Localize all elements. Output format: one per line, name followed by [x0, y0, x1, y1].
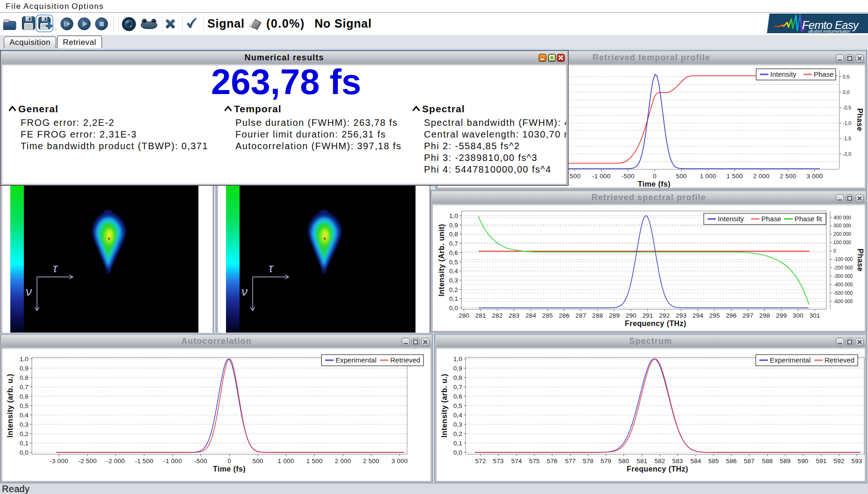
svg-text:280: 280 [459, 312, 469, 319]
svg-text:298: 298 [759, 312, 770, 319]
svg-text:0,1: 0,1 [453, 440, 462, 447]
svg-text:585: 585 [708, 458, 719, 465]
svg-text:-500 000: -500 000 [833, 290, 853, 296]
svg-text:Retrieved: Retrieved [824, 356, 854, 364]
svg-text:587: 587 [744, 458, 754, 465]
svg-text:300: 300 [793, 312, 803, 319]
svg-text:Frequency (THz): Frequency (THz) [625, 320, 686, 327]
svg-text:0,4: 0,4 [453, 412, 463, 419]
svg-text:3 000: 3 000 [392, 458, 408, 465]
svg-text:-200 000: -200 000 [833, 265, 853, 270]
svg-text:0,8: 0,8 [449, 231, 458, 238]
svg-text:2 500: 2 500 [780, 173, 796, 180]
svg-text:301: 301 [810, 312, 820, 319]
svg-text:1 500: 1 500 [306, 458, 323, 465]
svg-text:Experimental: Experimental [336, 356, 377, 364]
svg-text:2 000: 2 000 [753, 173, 770, 180]
svg-text:586: 586 [726, 458, 737, 465]
svg-text:282: 282 [492, 312, 503, 319]
svg-text:-1,5: -1,5 [843, 136, 851, 141]
svg-text:0,0: 0,0 [843, 89, 850, 95]
svg-text:0,1: 0,1 [449, 295, 458, 302]
svg-text:0,6: 0,6 [453, 393, 462, 400]
svg-text:-600 000: -600 000 [833, 298, 853, 304]
svg-text:Phase: Phase [856, 108, 864, 131]
svg-text:3 000: 3 000 [807, 173, 823, 180]
svg-text:574: 574 [511, 458, 522, 465]
svg-text:200 000: 200 000 [833, 231, 851, 237]
svg-text:1 000: 1 000 [278, 458, 294, 465]
svg-text:576: 576 [547, 458, 557, 465]
svg-text:Intensity (arb. u.): Intensity (arb. u.) [440, 374, 448, 438]
svg-text:Time (fs): Time (fs) [638, 180, 671, 188]
svg-text:584: 584 [690, 458, 701, 465]
svg-text:281: 281 [475, 312, 486, 319]
svg-text:291: 291 [642, 312, 653, 319]
svg-text:299: 299 [776, 312, 787, 319]
svg-text:297: 297 [743, 312, 753, 319]
svg-text:0,0: 0,0 [20, 449, 29, 456]
svg-text:286: 286 [559, 312, 569, 319]
svg-text:283: 283 [509, 312, 519, 319]
svg-text:Frequency (THz): Frequency (THz) [627, 465, 688, 473]
svg-text:-3 000: -3 000 [50, 458, 68, 465]
svg-text:100 000: 100 000 [833, 240, 851, 245]
svg-text:290: 290 [626, 312, 636, 319]
svg-text:0,5: 0,5 [20, 402, 29, 409]
svg-text:0,0: 0,0 [449, 305, 458, 312]
svg-text:-1,0: -1,0 [843, 120, 851, 126]
svg-text:294: 294 [693, 312, 703, 319]
svg-text:-1 000: -1 000 [163, 458, 182, 465]
svg-text:Retrieved: Retrieved [390, 356, 420, 364]
svg-text:300 000: 300 000 [833, 223, 851, 228]
svg-text:Intensity (Arb. unit): Intensity (Arb. unit) [438, 224, 445, 296]
svg-text:ν: ν [26, 284, 32, 298]
svg-text:Intensity: Intensity [770, 70, 796, 78]
svg-text:-0,5: -0,5 [843, 105, 851, 110]
svg-text:0,2: 0,2 [449, 286, 458, 293]
svg-text:0,8: 0,8 [20, 374, 29, 381]
svg-text:590: 590 [797, 458, 808, 465]
svg-text:284: 284 [525, 312, 536, 319]
svg-text:1,0: 1,0 [20, 356, 29, 363]
svg-text:0,2: 0,2 [20, 430, 29, 437]
svg-text:0,3: 0,3 [453, 421, 462, 428]
svg-text:0,5: 0,5 [449, 259, 458, 266]
svg-text:0,7: 0,7 [20, 384, 29, 391]
svg-text:-1 500: -1 500 [135, 458, 153, 465]
svg-text:289: 289 [609, 312, 620, 319]
svg-text:500: 500 [252, 458, 263, 465]
svg-text:0,7: 0,7 [453, 384, 462, 391]
svg-text:-400 000: -400 000 [833, 282, 853, 287]
svg-text:591: 591 [816, 458, 826, 465]
svg-text:0,6: 0,6 [449, 249, 458, 256]
svg-text:296: 296 [726, 312, 737, 319]
svg-text:Phase: Phase [856, 248, 864, 271]
svg-text:2 500: 2 500 [363, 458, 379, 465]
svg-text:580: 580 [618, 458, 629, 465]
svg-text:ν: ν [241, 284, 248, 298]
svg-text:0,1: 0,1 [20, 440, 29, 447]
svg-text:Phase: Phase [814, 70, 834, 78]
svg-text:0,3: 0,3 [20, 421, 29, 428]
svg-text:0: 0 [833, 248, 836, 254]
svg-text:Phase: Phase [761, 215, 781, 223]
svg-text:577: 577 [565, 458, 576, 465]
svg-text:0,8: 0,8 [453, 374, 462, 381]
svg-text:0,9: 0,9 [449, 222, 458, 229]
svg-text:0,5: 0,5 [843, 74, 850, 80]
svg-text:ultrafast instrumentation: ultrafast instrumentation [808, 29, 850, 34]
svg-text:-2,0: -2,0 [843, 151, 851, 157]
svg-text:2 000: 2 000 [335, 458, 351, 465]
svg-text:589: 589 [780, 458, 790, 465]
svg-text:-2 000: -2 000 [106, 458, 124, 465]
svg-text:1 000: 1 000 [700, 173, 716, 180]
svg-text:579: 579 [600, 458, 611, 465]
svg-text:0,7: 0,7 [449, 240, 458, 247]
svg-text:-500: -500 [621, 173, 635, 180]
svg-text:-300 000: -300 000 [833, 273, 853, 279]
svg-text:573: 573 [493, 458, 503, 465]
svg-text:0: 0 [653, 173, 656, 180]
svg-text:1,0: 1,0 [453, 356, 462, 363]
svg-text:Time (fs): Time (fs) [213, 465, 246, 473]
